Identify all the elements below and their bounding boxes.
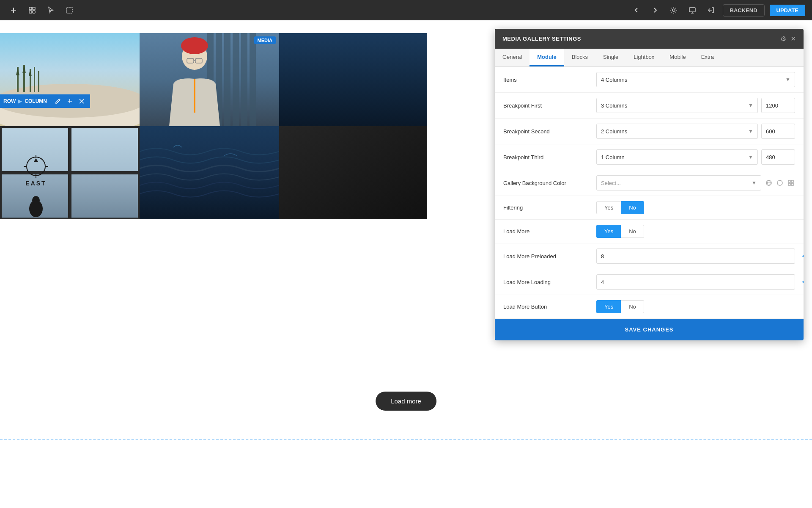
layout-icon[interactable] <box>25 3 39 17</box>
items-label: Items <box>503 77 596 83</box>
panel-tabs: General Module Blocks Single Lightbox Mo… <box>495 49 804 67</box>
panel-header-actions: ⚙ ✕ <box>780 35 796 43</box>
tab-single[interactable]: Single <box>595 49 626 66</box>
monitor-icon[interactable] <box>686 3 699 17</box>
color-icons <box>765 179 795 187</box>
color-select[interactable]: Select... ▼ <box>596 175 761 190</box>
color-select-wrap: Select... ▼ <box>596 175 795 190</box>
gallery-cell-person: MEDIA <box>140 33 279 126</box>
bp-third-input[interactable] <box>761 149 795 165</box>
east-image: EAST <box>0 126 140 219</box>
color-select-placeholder: Select... <box>601 180 621 186</box>
preloaded-input[interactable] <box>596 248 795 264</box>
gallery-extra-1 <box>279 33 427 126</box>
bp-third-select-group: 1 Column ▼ <box>596 149 795 165</box>
tab-module[interactable]: Module <box>529 49 564 66</box>
filtering-yes-btn[interactable]: Yes <box>596 201 621 214</box>
bp-second-select[interactable]: 2 Columns ▼ <box>596 124 758 139</box>
svg-text:EAST: EAST <box>25 180 46 187</box>
breadcrumb-row[interactable]: ROW <box>3 98 16 104</box>
setting-row-filtering: Filtering Yes No <box>495 196 804 220</box>
breadcrumb-column[interactable]: COLUMN <box>25 98 47 104</box>
tab-general[interactable]: General <box>495 49 529 66</box>
bp-second-select-group: 2 Columns ▼ <box>596 124 795 139</box>
save-changes-button[interactable]: SAVE CHANGES <box>495 319 804 340</box>
color-select-arrow: ▼ <box>752 180 757 186</box>
filtering-no-btn[interactable]: No <box>621 201 644 214</box>
cursor-icon[interactable] <box>44 3 58 17</box>
load-more-yes-btn[interactable]: Yes <box>596 225 621 238</box>
globe-icon[interactable] <box>765 179 773 187</box>
gallery-grid: MEDIA <box>0 33 279 219</box>
tab-lightbox[interactable]: Lightbox <box>626 49 662 66</box>
breadcrumb-actions <box>53 96 87 106</box>
svg-rect-39 <box>2 128 68 171</box>
load-more-button-yes-btn[interactable]: Yes <box>596 300 621 313</box>
loading-input-wrap <box>596 274 795 290</box>
select-icon[interactable] <box>63 3 76 17</box>
setting-row-load-more-button: Load More Button Yes No <box>495 295 804 319</box>
load-more-preloaded-label: Load More Preloaded <box>503 253 596 260</box>
breadcrumb-bar: ROW ▶ COLUMN <box>0 94 90 108</box>
panel-close-icon[interactable]: ✕ <box>790 35 796 43</box>
bp-third-select[interactable]: 1 Column ▼ <box>596 149 758 165</box>
gallery-cell-snow <box>0 33 140 126</box>
bg-color-label: Gallery Background Color <box>503 180 596 186</box>
settings-panel: MEDIA GALLERY SETTINGS ⚙ ✕ General Modul… <box>495 29 804 340</box>
panel-settings-icon[interactable]: ⚙ <box>780 35 786 43</box>
panel-body: Items 4 Columns ▼ Breakpoint First 3 Col… <box>495 67 804 340</box>
bp-second-label: Breakpoint Second <box>503 128 596 135</box>
load-more-loading-control <box>596 274 795 290</box>
breadcrumb-separator: ▶ <box>18 98 22 104</box>
svg-rect-48 <box>140 126 279 219</box>
load-more-button[interactable]: Load more <box>376 392 436 411</box>
load-more-label: Load More <box>503 228 596 235</box>
svg-point-58 <box>777 180 782 185</box>
svg-rect-49 <box>279 33 427 126</box>
backend-button[interactable]: BACKEND <box>723 4 765 17</box>
bp-first-input[interactable] <box>761 98 795 113</box>
breadcrumb-add-icon[interactable] <box>65 96 75 106</box>
load-more-preloaded-control <box>596 248 795 264</box>
grid-icon[interactable] <box>787 179 795 187</box>
back-icon[interactable] <box>630 3 643 17</box>
tab-extra[interactable]: Extra <box>694 49 721 66</box>
svg-rect-25 <box>224 33 230 126</box>
svg-rect-61 <box>788 183 790 185</box>
svg-rect-3 <box>33 7 35 10</box>
bp-first-arrow: ▼ <box>748 102 753 108</box>
items-select[interactable]: 4 Columns ▼ <box>596 72 795 87</box>
tab-mobile[interactable]: Mobile <box>662 49 693 66</box>
loading-input[interactable] <box>596 274 795 290</box>
toolbar-right: BACKEND UPDATE <box>630 3 805 17</box>
exit-icon[interactable] <box>704 3 718 17</box>
bp-second-input[interactable] <box>761 124 795 139</box>
tab-blocks[interactable]: Blocks <box>564 49 595 66</box>
svg-rect-8 <box>689 8 695 12</box>
svg-point-30 <box>181 37 208 54</box>
svg-rect-6 <box>66 7 72 13</box>
svg-point-7 <box>672 9 675 11</box>
preloaded-arrow-indicator <box>802 253 804 260</box>
svg-rect-40 <box>71 128 138 171</box>
settings-icon[interactable] <box>667 3 680 17</box>
breadcrumb-close-icon[interactable] <box>77 96 87 106</box>
setting-row-items: Items 4 Columns ▼ <box>495 67 804 93</box>
add-icon[interactable] <box>7 3 20 17</box>
load-more-no-btn[interactable]: No <box>621 225 644 238</box>
svg-rect-59 <box>788 180 790 182</box>
breadcrumb-edit-icon[interactable] <box>53 96 63 106</box>
bp-third-arrow: ▼ <box>748 154 753 160</box>
circle-icon[interactable] <box>776 179 784 187</box>
svg-rect-31 <box>194 79 195 113</box>
svg-rect-28 <box>250 33 256 126</box>
load-more-button-no-btn[interactable]: No <box>621 300 644 313</box>
update-button[interactable]: UPDATE <box>770 5 805 16</box>
svg-rect-17 <box>34 67 35 92</box>
load-more-button-yesno: Yes No <box>596 300 644 313</box>
svg-rect-26 <box>233 33 239 126</box>
forward-icon[interactable] <box>648 3 662 17</box>
bp-first-select[interactable]: 3 Columns ▼ <box>596 98 758 113</box>
bp-third-control: 1 Column ▼ <box>596 149 795 165</box>
loading-arrow-head <box>802 279 804 285</box>
